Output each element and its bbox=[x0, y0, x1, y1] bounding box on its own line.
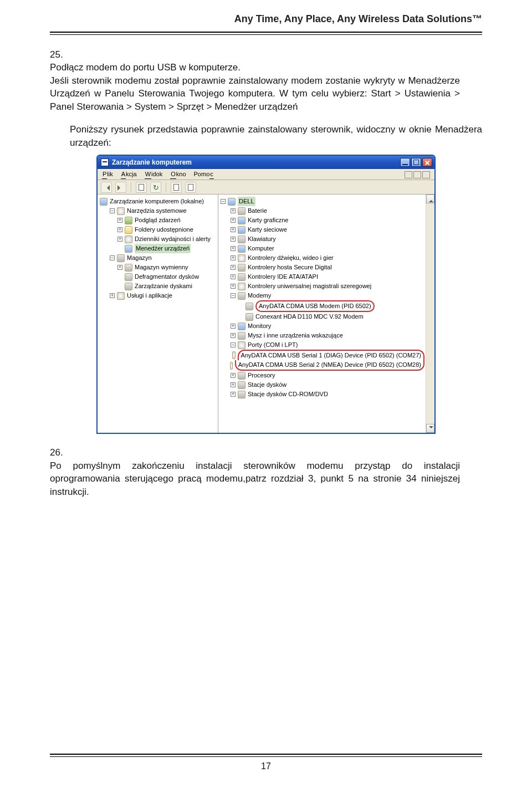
devices-pane: −DELL +Baterie +Karty graficzne +Karty s… bbox=[218, 195, 434, 433]
figure-caption: Poniższy rysunek przedstawia poprawnie z… bbox=[70, 123, 482, 149]
toolbar bbox=[98, 180, 434, 195]
step-25-line1: Podłącz modem do portu USB w komputerze. bbox=[50, 62, 241, 73]
page-header: Any Time, Any Place, Any Wireless Data S… bbox=[50, 13, 482, 29]
menu-window[interactable]: Okno bbox=[170, 170, 186, 179]
dev-port2[interactable]: AnyDATA CDMA USB Serial 2 (NMEA) Device … bbox=[219, 360, 424, 371]
menubar: Plik Akcja Widok Okno Pomoc bbox=[98, 169, 434, 180]
step-25: 25. Podłącz modem do portu USB w kompute… bbox=[50, 48, 482, 113]
dev-port1[interactable]: AnyDATA CDMA USB Serial 1 (DIAG) Device … bbox=[219, 350, 424, 360]
vertical-scrollbar[interactable] bbox=[426, 195, 434, 433]
dev-disks[interactable]: +Stacje dysków bbox=[219, 380, 424, 390]
minimize-button[interactable] bbox=[400, 158, 410, 167]
toolbar-properties-button[interactable] bbox=[136, 182, 147, 193]
page-footer: 17 bbox=[50, 751, 482, 771]
toolbar-back-button[interactable] bbox=[101, 182, 112, 193]
dev-monitors[interactable]: +Monitory bbox=[219, 321, 424, 331]
dev-modem-conexant[interactable]: Conexant HDA D110 MDC V.92 Modem bbox=[219, 312, 424, 321]
tree-disk-mgmt[interactable]: Zarządzanie dyskami bbox=[99, 282, 217, 291]
tree-perf-logs[interactable]: +Dzienniki wydajności i alerty bbox=[99, 234, 217, 244]
dev-batteries[interactable]: +Baterie bbox=[219, 206, 424, 216]
window-device-manager: Zarządzanie komputerem Plik Akcja Widok … bbox=[96, 155, 436, 434]
mdi-restore-icon[interactable] bbox=[413, 171, 421, 178]
maximize-button[interactable] bbox=[411, 158, 421, 167]
step-25-number: 25. bbox=[50, 48, 70, 61]
dev-sdhost[interactable]: +Kontrolery hosta Secure Digital bbox=[219, 263, 424, 272]
scroll-up-icon[interactable] bbox=[426, 195, 434, 203]
dev-root[interactable]: −DELL bbox=[219, 197, 424, 206]
window-titlebar[interactable]: Zarządzanie komputerem bbox=[98, 156, 434, 169]
tree-system-tools[interactable]: −Narzędzia systemowe bbox=[99, 206, 217, 216]
menu-help[interactable]: Pomoc bbox=[194, 170, 214, 179]
toolbar-extra-button[interactable] bbox=[185, 182, 196, 193]
console-tree-pane: Zarządzanie komputerem (lokalne) −Narzęd… bbox=[98, 195, 218, 433]
menu-view[interactable]: Widok bbox=[145, 170, 163, 179]
step-25-line2: Jeśli sterownik modemu został poprawnie … bbox=[50, 75, 460, 112]
dev-cpu[interactable]: +Procesory bbox=[219, 371, 424, 380]
dev-modems[interactable]: −Modemy bbox=[219, 291, 424, 300]
toolbar-forward-button[interactable] bbox=[115, 182, 126, 193]
dev-comp[interactable]: +Komputer bbox=[219, 244, 424, 253]
step-26-body: Po pomyślnym zakończeniu instalacji ster… bbox=[50, 459, 460, 498]
app-icon bbox=[101, 158, 109, 166]
dev-gpu[interactable]: +Karty graficzne bbox=[219, 216, 424, 225]
window-title: Zarządzanie komputerem bbox=[112, 158, 192, 167]
dev-modem-anydata[interactable]: AnyDATA CDMA USB Modem (PID 6502) bbox=[219, 300, 424, 312]
close-button[interactable] bbox=[422, 158, 432, 167]
mdi-close-icon[interactable] bbox=[422, 171, 430, 178]
dev-hid[interactable]: +Mysz i inne urządzenia wskazujące bbox=[219, 331, 424, 340]
step-26: 26. Po pomyślnym zakończeniu instalacji … bbox=[50, 446, 482, 498]
tree-device-manager[interactable]: Menedżer urządzeń bbox=[99, 244, 217, 253]
tree-removable-storage[interactable]: +Magazyn wymienny bbox=[99, 263, 217, 272]
dev-cdrom[interactable]: +Stacje dysków CD-ROM/DVD bbox=[219, 390, 424, 399]
toolbar-help-button[interactable] bbox=[171, 182, 182, 193]
menu-action[interactable]: Akcja bbox=[121, 170, 137, 179]
tree-services[interactable]: +Usługi i aplikacje bbox=[99, 291, 217, 300]
header-rule-thick bbox=[50, 32, 482, 33]
tree-shared-folders[interactable]: +Foldery udostępnione bbox=[99, 225, 217, 234]
tree-defrag[interactable]: Defragmentator dysków bbox=[99, 272, 217, 282]
mdi-min-icon[interactable] bbox=[405, 171, 412, 178]
dev-ports[interactable]: −Porty (COM i LPT) bbox=[219, 340, 424, 350]
dev-usb[interactable]: +Kontrolery uniwersalnej magistrali szer… bbox=[219, 282, 424, 291]
page-number: 17 bbox=[50, 757, 482, 771]
tree-storage[interactable]: −Magazyn bbox=[99, 253, 217, 263]
dev-ide[interactable]: +Kontrolery IDE ATA/ATAPI bbox=[219, 272, 424, 282]
menu-file[interactable]: Plik bbox=[102, 170, 113, 179]
toolbar-refresh-button[interactable] bbox=[150, 182, 161, 193]
step-26-number: 26. bbox=[50, 446, 70, 459]
tree-root[interactable]: Zarządzanie komputerem (lokalne) bbox=[99, 197, 217, 206]
scroll-down-icon[interactable] bbox=[426, 424, 434, 433]
tree-event-viewer[interactable]: +Podgląd zdarzeń bbox=[99, 216, 217, 225]
dev-kbd[interactable]: +Klawiatury bbox=[219, 234, 424, 244]
dev-sound[interactable]: +Kontrolery dźwięku, wideo i gier bbox=[219, 253, 424, 263]
dev-nic[interactable]: +Karty sieciowe bbox=[219, 225, 424, 234]
